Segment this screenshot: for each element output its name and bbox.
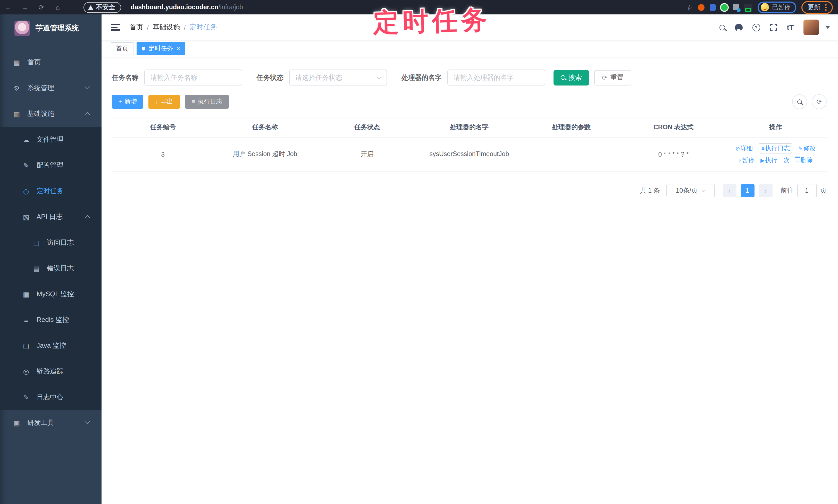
modify-link[interactable]: ✎修改 bbox=[798, 144, 816, 152]
delete-link[interactable]: 删除 bbox=[796, 156, 813, 164]
sidebar-item-access-log[interactable]: ▤ 访问日志 bbox=[0, 230, 102, 255]
logo-avatar bbox=[14, 21, 30, 36]
detail-link[interactable]: ⊙详细 bbox=[735, 144, 753, 152]
cloud-upload-icon: ☁ bbox=[22, 136, 30, 143]
chevron-down-icon bbox=[701, 188, 705, 192]
extension-icon-grid[interactable] bbox=[733, 4, 739, 10]
sidebar-item-config-manage[interactable]: ✎ 配置管理 bbox=[0, 152, 102, 178]
add-button[interactable]: + 新增 bbox=[112, 95, 143, 109]
update-label: 更新 bbox=[808, 3, 820, 12]
security-chip[interactable]: 不安全 bbox=[84, 2, 121, 13]
cell-handler-name: sysUserSessionTimeoutJob bbox=[418, 149, 520, 159]
bookmark-star-icon[interactable]: ☆ bbox=[687, 3, 693, 11]
download-icon: ↓ bbox=[155, 99, 158, 105]
briefcase-icon: ▣ bbox=[12, 419, 21, 427]
extension-icon-green[interactable] bbox=[721, 4, 728, 11]
sidebar-item-file-manage[interactable]: ☁ 文件管理 bbox=[0, 127, 102, 152]
sidebar-item-redis-monitor[interactable]: ≡ Redis 监控 bbox=[0, 307, 102, 333]
browser-menu-icon[interactable] bbox=[825, 4, 827, 11]
run-once-link[interactable]: ▶执行一次 bbox=[761, 156, 790, 164]
exec-log-button[interactable]: ≡ 执行日志 bbox=[185, 95, 229, 109]
next-page-button[interactable]: › bbox=[759, 184, 772, 197]
job-name-input[interactable] bbox=[144, 70, 242, 86]
chevron-up-icon bbox=[85, 215, 90, 220]
cell-job-name: 用户 Session 超时 Job bbox=[214, 150, 316, 159]
extension-icon-on-badge[interactable]: on bbox=[744, 4, 752, 11]
list-icon: ≡ bbox=[762, 145, 765, 151]
pause-link[interactable]: ×暂停 bbox=[738, 156, 754, 164]
fullscreen-icon[interactable] bbox=[770, 24, 777, 31]
pagination: 共 1 条 10条/页 ‹ 1 › 前往 页 bbox=[112, 184, 827, 197]
export-button[interactable]: ↓ 导出 bbox=[149, 95, 180, 109]
address-divider bbox=[125, 4, 126, 11]
exec-log-link[interactable]: ≡执行日志 bbox=[759, 143, 792, 153]
sidebar-item-system[interactable]: ⚙ 系统管理 bbox=[0, 75, 102, 101]
extension-icon-orange[interactable] bbox=[698, 4, 704, 11]
chevron-down-icon bbox=[377, 74, 382, 79]
edit-icon: ✎ bbox=[22, 161, 30, 169]
jobs-table: 任务编号 任务名称 任务状态 处理器的名字 处理器的参数 CRON 表达式 操作… bbox=[112, 117, 827, 172]
table-header-row: 任务编号 任务名称 任务状态 处理器的名字 处理器的参数 CRON 表达式 操作 bbox=[112, 118, 827, 138]
font-size-icon[interactable]: tT bbox=[787, 23, 794, 32]
redis-layers-icon: ≡ bbox=[22, 316, 30, 324]
page-size-select[interactable]: 10条/页 bbox=[666, 184, 715, 197]
home-icon[interactable]: ⌂ bbox=[54, 3, 62, 11]
prev-page-button[interactable]: ‹ bbox=[723, 184, 736, 197]
sidebar-item-trace[interactable]: ◎ 链路追踪 bbox=[0, 359, 102, 384]
profile-emoji-avatar bbox=[761, 3, 769, 11]
java-monitor-icon: ▢ bbox=[22, 342, 30, 349]
paused-label: 已暂停 bbox=[772, 3, 790, 12]
goto-label: 前往 bbox=[781, 186, 793, 195]
user-avatar[interactable] bbox=[803, 20, 819, 35]
hamburger-icon[interactable] bbox=[111, 24, 120, 31]
search-button[interactable]: 搜索 bbox=[554, 70, 589, 85]
document-icon: ▤ bbox=[32, 239, 41, 247]
search-icon bbox=[561, 75, 565, 80]
profile-paused-chip[interactable]: 已暂停 bbox=[757, 1, 796, 13]
tags-view-bar: 首页 定时任务 × bbox=[102, 40, 838, 57]
help-icon[interactable]: ? bbox=[752, 23, 760, 31]
job-name-label: 任务名称 bbox=[112, 73, 139, 82]
job-status-select[interactable]: 请选择任务状态 bbox=[289, 70, 387, 86]
close-icon[interactable]: × bbox=[177, 45, 180, 52]
x-icon: × bbox=[738, 157, 741, 163]
url-path: /infra/job bbox=[218, 4, 243, 11]
sidebar-item-api-log[interactable]: ▧ API 日志 bbox=[0, 204, 102, 230]
tag-scheduled-jobs[interactable]: 定时任务 × bbox=[137, 42, 185, 55]
avatar-caret-icon[interactable] bbox=[826, 26, 830, 29]
logo-row[interactable]: 芋道管理系统 bbox=[0, 14, 102, 42]
sidebar-item-log-center[interactable]: ✎ 日志中心 bbox=[0, 384, 102, 410]
sidebar-item-java-monitor[interactable]: ▢ Java 监控 bbox=[0, 333, 102, 359]
sidebar-item-infra[interactable]: ▥ 基础设施 bbox=[0, 101, 102, 127]
job-status-label: 任务状态 bbox=[257, 73, 283, 82]
sidebar-item-dev-tools[interactable]: ▣ 研发工具 bbox=[0, 410, 102, 436]
search-icon[interactable] bbox=[719, 24, 725, 30]
api-log-icon: ▧ bbox=[22, 213, 30, 221]
play-icon: ▶ bbox=[761, 157, 765, 163]
search-icon bbox=[797, 100, 802, 104]
reload-icon[interactable]: ⟳ bbox=[37, 3, 45, 11]
handler-name-label: 处理器的名字 bbox=[401, 73, 442, 82]
forward-icon[interactable]: → bbox=[21, 3, 29, 11]
sidebar-item-scheduled-jobs[interactable]: ◷ 定时任务 bbox=[0, 178, 102, 204]
sidebar-item-mysql-monitor[interactable]: ▣ MySQL 监控 bbox=[0, 281, 102, 307]
browser-toolbar: ← → ⟳ ⌂ 不安全 dashboard.yudao.iocoder.cn /… bbox=[0, 0, 838, 14]
reset-button[interactable]: ⟳ 重置 bbox=[594, 70, 631, 85]
sidebar-item-home[interactable]: ▦ 首页 bbox=[0, 50, 102, 75]
back-icon[interactable]: ← bbox=[4, 3, 12, 11]
goto-page-input[interactable] bbox=[797, 184, 817, 197]
breadcrumb-home[interactable]: 首页 bbox=[129, 23, 143, 32]
github-icon[interactable] bbox=[735, 23, 743, 31]
refresh-table-button[interactable]: ⟳ bbox=[812, 94, 827, 109]
tag-home[interactable]: 首页 bbox=[111, 42, 134, 55]
list-icon: ≡ bbox=[192, 99, 195, 105]
breadcrumb: 首页 / 基础设施 / 定时任务 bbox=[129, 23, 217, 32]
toggle-search-button[interactable] bbox=[792, 94, 807, 109]
sidebar-item-error-log[interactable]: ▤ 错误日志 bbox=[0, 255, 102, 281]
extension-icon-shield[interactable] bbox=[710, 4, 716, 11]
address-bar[interactable]: 不安全 dashboard.yudao.iocoder.cn /infra/jo… bbox=[84, 2, 243, 13]
cell-job-status: 开启 bbox=[316, 150, 418, 159]
browser-update-button[interactable]: 更新 bbox=[801, 1, 833, 14]
breadcrumb-infra[interactable]: 基础设施 bbox=[153, 23, 180, 32]
handler-name-input[interactable] bbox=[447, 70, 545, 86]
